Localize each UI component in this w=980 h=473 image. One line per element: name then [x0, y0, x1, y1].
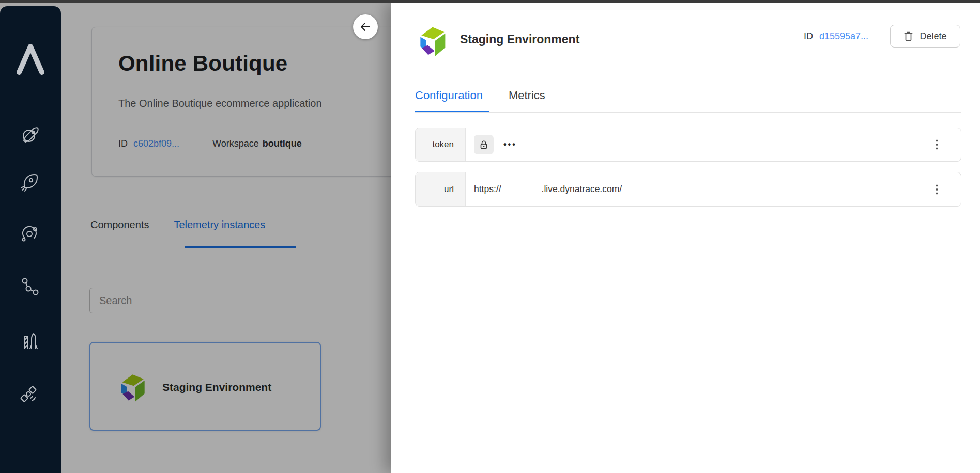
config-row-url: url https:// .live.dynatrace.com/ — [415, 172, 961, 207]
orbit-system-icon — [18, 223, 41, 245]
drawer-header-actions: ID d15595a7... Delete — [804, 25, 960, 48]
detail-drawer: Staging Environment ID d15595a7... Delet… — [391, 3, 980, 473]
config-value: ••• — [466, 128, 930, 161]
satellite-icon — [18, 384, 41, 407]
sidebar-item-satellite[interactable] — [18, 384, 41, 407]
sidebar-item-launchpad[interactable] — [18, 329, 41, 352]
caret-logo-icon[interactable] — [15, 40, 46, 77]
instance-id-label: ID — [804, 31, 813, 42]
delete-button[interactable]: Delete — [890, 25, 960, 48]
config-key: token — [416, 128, 466, 161]
trash-icon — [904, 31, 913, 42]
url-prefix: https:// — [474, 184, 501, 195]
sidebar-item-orbit-system[interactable] — [18, 223, 41, 245]
sidebar — [0, 6, 61, 473]
launchpad-icon — [18, 329, 41, 352]
sidebar-item-rocket-orbit[interactable] — [18, 123, 41, 146]
url-value: https:// .live.dynatrace.com/ — [474, 184, 622, 195]
url-suffix: .live.dynatrace.com/ — [542, 184, 622, 195]
tab-metrics[interactable]: Metrics — [509, 89, 545, 102]
drawer-title: Staging Environment — [460, 33, 579, 46]
topology-icon — [18, 275, 41, 298]
masked-token-value: ••• — [503, 140, 517, 149]
tab-separator-line — [415, 112, 961, 113]
config-row-token: token ••• — [415, 128, 961, 162]
top-strip — [0, 0, 980, 3]
row-menu-kebab-icon[interactable] — [930, 172, 943, 206]
sidebar-item-rocket[interactable] — [18, 170, 41, 193]
delete-button-label: Delete — [920, 31, 946, 42]
rocket-orbit-icon — [18, 123, 41, 146]
sidebar-item-topology[interactable] — [18, 275, 41, 298]
arrow-left-icon — [359, 21, 372, 33]
rocket-icon — [18, 170, 41, 193]
config-key: url — [416, 172, 466, 206]
row-menu-kebab-icon[interactable] — [930, 128, 943, 161]
app-root: Online Boutique The Online Boutique ecom… — [0, 0, 980, 473]
instance-id-link[interactable]: d15595a7... — [819, 31, 868, 42]
tab-configuration[interactable]: Configuration — [415, 89, 483, 102]
lock-icon[interactable] — [474, 135, 494, 154]
drawer-tab-bar: Configuration Metrics — [415, 89, 545, 102]
config-value: https:// .live.dynatrace.com/ — [466, 172, 930, 206]
back-button[interactable] — [353, 14, 378, 39]
dynatrace-cube-icon — [415, 22, 448, 59]
